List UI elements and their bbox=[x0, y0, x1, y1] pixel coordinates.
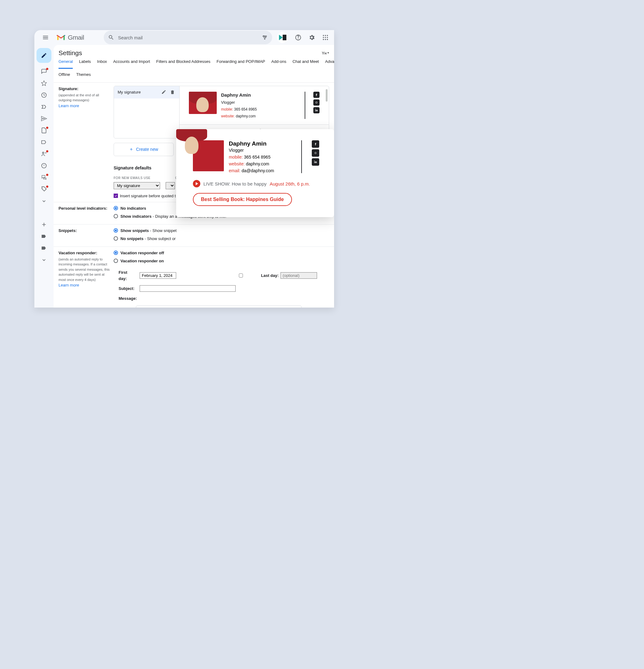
compose-button[interactable] bbox=[37, 48, 52, 63]
subject-input[interactable] bbox=[140, 285, 235, 292]
book-button[interactable]: Best Selling Book: Happines Guide bbox=[193, 193, 292, 206]
first-day-label: First day: bbox=[118, 269, 137, 282]
tab-advanced[interactable]: Advanced bbox=[325, 59, 334, 69]
delete-signature-icon[interactable] bbox=[170, 89, 175, 95]
search-bar[interactable] bbox=[104, 31, 272, 44]
expand-icon[interactable] bbox=[41, 198, 47, 204]
create-new-signature-button[interactable]: Create new bbox=[114, 143, 174, 156]
tab-general[interactable]: General bbox=[58, 59, 73, 69]
new-emails-label: FOR NEW EMAILS USE bbox=[114, 175, 151, 180]
category-icon[interactable] bbox=[41, 139, 47, 145]
live-show-date: August 26th, 6 p.m. bbox=[270, 181, 310, 186]
gmail-logo: Gmail bbox=[57, 34, 84, 41]
popup-twitter-icon[interactable] bbox=[312, 149, 319, 157]
subject-label: Subject: bbox=[118, 286, 137, 292]
main-menu-button[interactable] bbox=[39, 31, 52, 44]
sig-title: Vlogger bbox=[221, 99, 297, 105]
first-day-input[interactable] bbox=[140, 272, 176, 279]
popup-linkedin-icon[interactable] bbox=[312, 158, 319, 166]
tab-themes[interactable]: Themes bbox=[76, 72, 91, 79]
show-indicators-radio[interactable] bbox=[114, 214, 118, 218]
last-day-input[interactable] bbox=[281, 272, 317, 279]
live-show-text: LIVE SHOW: How to be happy bbox=[203, 181, 267, 186]
promotions-icon[interactable] bbox=[41, 186, 47, 193]
tab-forwarding[interactable]: Forwarding and POP/IMAP bbox=[216, 59, 265, 69]
svg-point-10 bbox=[325, 39, 326, 40]
linkedin-icon[interactable] bbox=[313, 107, 319, 113]
svg-point-18 bbox=[315, 109, 316, 110]
search-input[interactable] bbox=[118, 35, 258, 40]
tab-inbox[interactable]: Inbox bbox=[97, 59, 107, 69]
signature-list-item[interactable]: My signature bbox=[114, 86, 179, 99]
language-selector[interactable]: Yн bbox=[322, 51, 329, 55]
starred-icon[interactable] bbox=[41, 80, 47, 86]
show-snippets-radio[interactable] bbox=[114, 228, 118, 232]
add-label-icon[interactable] bbox=[41, 222, 47, 228]
play-icon[interactable] bbox=[193, 180, 200, 187]
updates-icon[interactable] bbox=[41, 162, 47, 169]
edit-signature-icon[interactable] bbox=[161, 89, 167, 95]
svg-point-5 bbox=[327, 35, 328, 36]
svg-point-11 bbox=[327, 39, 328, 40]
popup-avatar bbox=[193, 140, 224, 171]
svg-point-3 bbox=[323, 35, 324, 36]
vacation-off-radio[interactable] bbox=[114, 251, 118, 255]
svg-rect-17 bbox=[315, 110, 316, 112]
settings-gear-icon[interactable] bbox=[308, 34, 315, 41]
signature-preview-popup: Daphny Amin Vlogger mobile: 365 654 8965… bbox=[176, 129, 334, 217]
vacation-learn-more[interactable]: Learn more bbox=[58, 282, 111, 288]
expand-labels-icon[interactable] bbox=[41, 257, 47, 263]
facebook-icon[interactable] bbox=[313, 92, 319, 98]
svg-point-7 bbox=[325, 37, 326, 38]
signature-desc: (appended at the end of all outgoing mes… bbox=[58, 92, 111, 103]
svg-point-6 bbox=[323, 37, 324, 38]
forums-icon[interactable] bbox=[41, 174, 47, 181]
twitter-icon[interactable] bbox=[313, 99, 319, 105]
tab-filters[interactable]: Filters and Blocked Addresses bbox=[156, 59, 211, 69]
indicators-label: Personal level indicators: bbox=[58, 206, 108, 211]
signature-avatar bbox=[189, 92, 217, 114]
important-icon[interactable] bbox=[41, 104, 47, 110]
snoozed-icon[interactable] bbox=[41, 92, 47, 98]
tab-offline[interactable]: Offline bbox=[58, 72, 70, 79]
popup-name: Daphny Amin bbox=[229, 140, 291, 147]
message-label: Message: bbox=[118, 296, 137, 302]
default-reply-select[interactable]: My bbox=[166, 182, 175, 189]
no-indicators-radio[interactable] bbox=[114, 206, 118, 210]
apps-grid-icon[interactable] bbox=[322, 34, 329, 41]
label-icon-2[interactable] bbox=[41, 245, 47, 251]
tab-accounts[interactable]: Accounts and Import bbox=[113, 59, 150, 69]
svg-point-15 bbox=[42, 188, 43, 188]
social-icon[interactable] bbox=[41, 151, 47, 157]
last-day-checkbox[interactable] bbox=[223, 273, 259, 277]
search-options-icon[interactable] bbox=[262, 34, 268, 41]
sent-icon[interactable] bbox=[41, 115, 47, 122]
inbox-icon[interactable] bbox=[41, 69, 47, 75]
signature-label: Signature: bbox=[58, 86, 78, 91]
search-icon bbox=[108, 34, 114, 41]
svg-point-4 bbox=[325, 35, 326, 36]
extension-icon[interactable] bbox=[277, 32, 288, 43]
label-icon-1[interactable] bbox=[41, 233, 47, 239]
msg-font-select[interactable]: Sans Serif bbox=[139, 308, 160, 308]
tab-labels[interactable]: Labels bbox=[79, 59, 91, 69]
vacation-on-radio[interactable] bbox=[114, 259, 118, 263]
default-new-select[interactable]: My signature bbox=[114, 182, 160, 189]
svg-point-13 bbox=[42, 152, 44, 154]
svg-point-0 bbox=[263, 35, 264, 36]
no-snippets-radio[interactable] bbox=[114, 236, 118, 241]
tab-chat[interactable]: Chat and Meet bbox=[292, 59, 319, 69]
last-day-label: Last day: bbox=[261, 273, 278, 279]
help-icon[interactable] bbox=[295, 34, 302, 41]
popup-facebook-icon[interactable] bbox=[312, 140, 319, 148]
vacation-desc: (sends an automated reply to incoming me… bbox=[58, 257, 111, 283]
insert-before-quoted-checkbox[interactable] bbox=[114, 194, 118, 198]
page-title: Settings bbox=[58, 49, 82, 57]
svg-point-1 bbox=[265, 37, 266, 38]
snippets-label: Snippets: bbox=[58, 228, 77, 233]
svg-point-2 bbox=[264, 39, 265, 39]
drafts-icon[interactable] bbox=[41, 127, 47, 133]
tab-addons[interactable]: Add-ons bbox=[271, 59, 286, 69]
signature-scrollbar[interactable] bbox=[326, 89, 328, 102]
signature-learn-more[interactable]: Learn more bbox=[58, 103, 111, 109]
